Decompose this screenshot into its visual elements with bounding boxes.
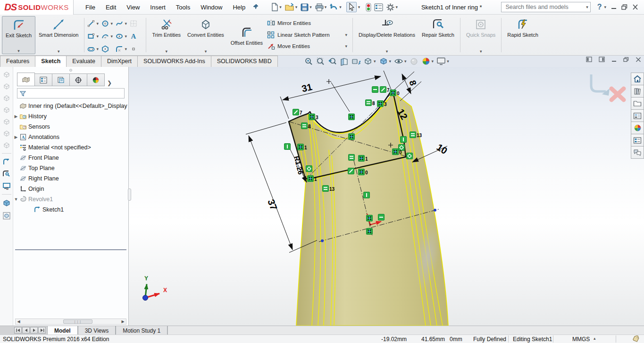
prev-tab-icon[interactable]: [22, 327, 30, 334]
panel-grip[interactable]: [69, 69, 72, 72]
new-document-button[interactable]: ▾: [269, 1, 283, 13]
first-tab-icon[interactable]: [14, 327, 22, 334]
last-tab-icon[interactable]: [38, 327, 46, 334]
tree-root-part[interactable]: Inner ring (Default<<Default>_Display St: [13, 101, 128, 111]
tab-propertymanager[interactable]: [34, 74, 52, 86]
relation-badge[interactable]: 8: [301, 123, 311, 130]
display-delete-relations-button[interactable]: Display/Delete Relations ▾: [355, 16, 418, 54]
tree-item-right-plane[interactable]: Right Plane: [13, 173, 128, 184]
scroll-thumb[interactable]: | | |: [63, 319, 92, 324]
relation-badge[interactable]: [349, 114, 355, 120]
display-pane-button[interactable]: [373, 2, 384, 12]
relation-badge[interactable]: [401, 137, 407, 143]
trim-entities-button[interactable]: Trim Entities ▾: [149, 16, 184, 54]
circle-tool[interactable]: ▾: [101, 19, 113, 28]
expand-arrow-icon[interactable]: ▶: [13, 114, 19, 119]
expand-arrow-icon[interactable]: ▶: [13, 135, 19, 139]
edit-appearance-icon[interactable]: [410, 57, 418, 66]
offset-entities-button[interactable]: Offset Entities: [227, 16, 266, 54]
display-style-icon[interactable]: ▾: [379, 57, 392, 66]
view-cube-icon[interactable]: [3, 130, 10, 137]
tree-filter-box[interactable]: [17, 88, 125, 98]
relation-badge[interactable]: 1: [308, 176, 318, 182]
rapid-sketch-button[interactable]: Rapid Sketch: [504, 16, 541, 54]
relation-badge[interactable]: 3: [309, 114, 319, 121]
slot-tool[interactable]: ▾: [87, 45, 99, 53]
menu-insert[interactable]: Insert: [145, 1, 171, 14]
dim-31-line[interactable]: [283, 76, 381, 100]
view-palette-button[interactable]: [631, 109, 644, 122]
status-units[interactable]: MMGS: [572, 336, 590, 343]
relation-badge[interactable]: [364, 192, 370, 198]
menu-view[interactable]: View: [121, 1, 145, 14]
relation-badge[interactable]: 0: [390, 90, 400, 97]
move-entities-button[interactable]: Move Entities ▾: [267, 41, 349, 51]
open-document-button[interactable]: ▾: [284, 1, 299, 13]
hide-show-items-icon[interactable]: ▾: [394, 57, 407, 65]
apply-scene-icon[interactable]: ▾: [421, 57, 434, 66]
undo-button[interactable]: ▾: [328, 2, 343, 12]
dimension-value[interactable]: 10: [435, 142, 449, 156]
view-cube-icon[interactable]: [3, 118, 10, 125]
search-icon[interactable]: [583, 3, 584, 11]
tab-displaymanager[interactable]: [87, 74, 105, 86]
quick-snaps-button[interactable]: Quick Snaps ▾: [463, 16, 499, 54]
search-input[interactable]: [505, 4, 581, 10]
tree-item-sensors[interactable]: Sensors: [13, 122, 128, 132]
relation-badge[interactable]: [284, 144, 291, 150]
next-document-icon[interactable]: [599, 57, 605, 62]
search-dropdown[interactable]: ▾: [586, 5, 588, 9]
relation-badge[interactable]: [348, 168, 354, 174]
tab-solidworks-add-ins[interactable]: SOLIDWORKS Add-Ins: [137, 56, 211, 67]
tree-item-sketch1[interactable]: Sketch1: [13, 204, 128, 215]
menu-tools[interactable]: Tools: [171, 1, 195, 14]
tab-evaluate[interactable]: Evaluate: [66, 56, 101, 67]
relation-badge[interactable]: [349, 155, 355, 161]
view-cube-icon[interactable]: [3, 141, 10, 149]
tab-featuremanager-tree[interactable]: [17, 73, 35, 86]
panel-horizontal-scrollbar[interactable]: ◀ | | | ▶: [15, 318, 126, 325]
sketch-picture-tool[interactable]: [129, 19, 138, 28]
tab-dimxpertmanager[interactable]: [69, 74, 87, 86]
relation-badge[interactable]: 8: [366, 100, 376, 106]
rectangle-tool[interactable]: ▾: [87, 32, 99, 41]
scroll-left-icon[interactable]: ◀: [16, 319, 22, 324]
search-scope-icon[interactable]: [503, 4, 504, 10]
appearances-scenes-button[interactable]: [631, 122, 644, 134]
tab-solidworks-mbd[interactable]: SOLIDWORKS MBD: [211, 56, 278, 67]
tree-item-material[interactable]: Material <not specified>: [13, 142, 128, 153]
line-tool[interactable]: ▾: [87, 19, 99, 28]
next-tab-icon[interactable]: [30, 327, 38, 334]
menu-help[interactable]: Help: [227, 1, 251, 14]
view-cube-icon[interactable]: [3, 71, 10, 78]
window-pane-icon[interactable]: [2, 182, 11, 190]
relation-badge[interactable]: [349, 134, 355, 140]
home-tab-button[interactable]: [631, 73, 644, 85]
sketch-tool-icon[interactable]: [2, 158, 10, 166]
relation-badge[interactable]: 1: [298, 144, 308, 151]
relation-badge[interactable]: [367, 229, 373, 235]
previous-document-icon[interactable]: [586, 57, 592, 62]
save-button[interactable]: ▾: [299, 2, 313, 13]
ring-model[interactable]: [289, 92, 448, 326]
cancel-sketch-icon[interactable]: [611, 89, 624, 100]
help-dropdown[interactable]: ▾: [604, 5, 606, 9]
axis-endpoint[interactable]: [321, 239, 324, 242]
previous-view-icon[interactable]: [328, 57, 337, 66]
relation-badge[interactable]: 3: [377, 101, 387, 107]
polygon-tool[interactable]: [101, 45, 109, 53]
boxed-cube-icon[interactable]: [2, 212, 11, 220]
repair-sketch-button[interactable]: Repair Sketch: [418, 16, 458, 54]
relation-badge[interactable]: 13: [323, 186, 335, 192]
ring-surface[interactable]: [289, 92, 448, 326]
tree-item-top-plane[interactable]: Top Plane: [13, 163, 128, 173]
custom-properties-button[interactable]: [631, 134, 644, 147]
relation-badge[interactable]: [378, 214, 385, 220]
tab-motion-study-1[interactable]: Motion Study 1: [116, 326, 167, 335]
tree-item-history[interactable]: ▶ History: [13, 111, 128, 122]
tag-icon[interactable]: [632, 335, 640, 343]
relation-badge[interactable]: 7: [380, 87, 390, 93]
relation-badge[interactable]: 0: [359, 169, 368, 176]
print-button[interactable]: ▾: [314, 2, 328, 13]
zoom-to-fit-icon[interactable]: [304, 57, 313, 66]
